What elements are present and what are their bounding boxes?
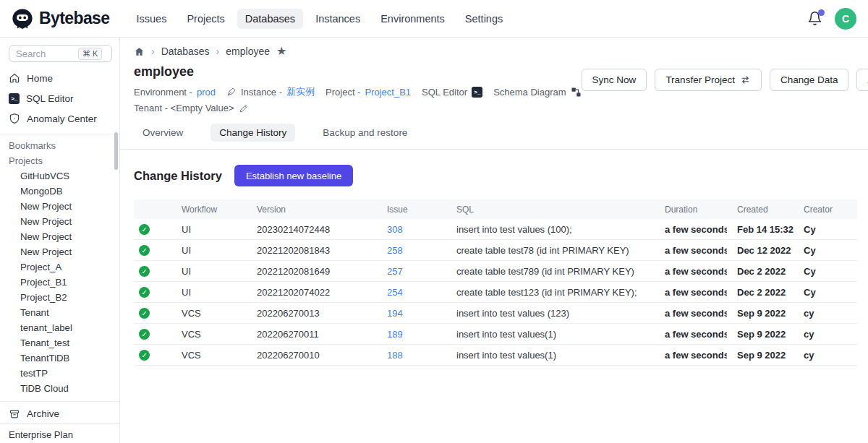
project-item-tenant-label[interactable]: tenant_label [9, 320, 112, 335]
sidebar-item-archive[interactable]: Archive [9, 405, 112, 423]
sql-editor-link[interactable]: SQL Editor >_ [422, 87, 482, 98]
sidebar-item-label: Anomaly Center [27, 113, 97, 124]
cell-created: Sep 9 2022 [727, 308, 793, 319]
project-item-mongodb[interactable]: MongoDB [9, 184, 112, 199]
cell-version: 202206270010 [247, 350, 377, 361]
cell-workflow: UI [171, 266, 247, 277]
cell-version: 20230214072448 [247, 224, 377, 235]
cell-duration: a few seconds [655, 287, 727, 298]
cell-duration: a few seconds [655, 308, 727, 319]
page-title: employee [134, 64, 582, 79]
archive-icon [9, 408, 20, 420]
chevron-right-icon: › [151, 46, 155, 57]
issue-link[interactable]: 254 [387, 287, 403, 298]
environment-label: Environment - [134, 87, 192, 98]
cell-duration: a few seconds [655, 266, 727, 277]
nav-item-issues[interactable]: Issues [128, 9, 174, 29]
table-row[interactable]: ✓ VCS 202206270011 189 insert into test … [134, 324, 857, 345]
project-item-tenant[interactable]: Tenant [9, 305, 112, 320]
nav-item-settings[interactable]: Settings [457, 9, 511, 29]
cell-creator: Cy [793, 245, 857, 256]
environment-meta: Environment - prod [134, 87, 216, 98]
cell-creator: cy [793, 329, 857, 340]
project-item-new-project-4[interactable]: New Project [9, 244, 112, 259]
tenant-meta: Tenant - <Empty Value> [134, 103, 249, 113]
cell-creator: Cy [793, 224, 857, 235]
schema-diagram-icon [571, 87, 582, 98]
projects-section-label: Projects [9, 153, 112, 168]
col-created: Created [727, 205, 793, 215]
issue-link[interactable]: 189 [387, 329, 403, 340]
table-row[interactable]: ✓ VCS 202206270013 194 insert into test … [134, 303, 857, 324]
table-row[interactable]: ✓ UI 20221202081843 258 create table tes… [134, 240, 857, 261]
table-row[interactable]: ✓ UI 20221202081649 257 create table tes… [134, 261, 857, 282]
home-breadcrumb-icon[interactable] [134, 46, 145, 57]
establish-baseline-button[interactable]: Establish new baseline [234, 165, 353, 186]
sidebar-item-anomaly-center[interactable]: Anomaly Center [9, 108, 112, 129]
project-item-tenanttidb[interactable]: TenantTiDB [9, 350, 112, 366]
issue-link[interactable]: 194 [387, 308, 403, 319]
database-tabs: Overview Change History Backup and resto… [120, 124, 868, 150]
issue-link[interactable]: 257 [387, 266, 403, 277]
tenant-label: Tenant - <Empty Value> [134, 103, 234, 113]
main-content: › Databases › employee ★ employee Enviro… [120, 38, 868, 443]
project-item-new-project-3[interactable]: New Project [9, 229, 112, 244]
search-input[interactable] [16, 48, 78, 59]
issue-link[interactable]: 308 [387, 224, 403, 235]
sync-now-button[interactable]: Sync Now [582, 69, 647, 91]
cell-sql: insert into test values (123) [446, 308, 655, 319]
cell-duration: a few seconds [655, 329, 727, 340]
nav-item-environments[interactable]: Environments [373, 9, 453, 29]
sidebar-item-label: SQL Editor [26, 93, 74, 104]
user-avatar[interactable]: C [835, 8, 856, 30]
schema-diagram-link[interactable]: Schema Diagram [493, 87, 581, 98]
project-item-new-project-2[interactable]: New Project [9, 214, 112, 229]
project-link[interactable]: Project_B1 [365, 87, 411, 98]
alter-schema-button[interactable]: Alter Schema [856, 69, 868, 91]
notifications-bell-icon[interactable] [807, 11, 823, 27]
button-label: Transfer Project [665, 74, 735, 85]
instance-label: Instance - [241, 87, 282, 98]
project-item-project-b1[interactable]: Project_B1 [9, 275, 112, 290]
cell-version: 20221202081843 [247, 245, 377, 256]
chevron-right-icon: › [216, 46, 220, 57]
tab-change-history[interactable]: Change History [210, 124, 295, 142]
nav-item-instances[interactable]: Instances [307, 9, 368, 29]
success-check-icon: ✓ [139, 308, 150, 319]
table-row[interactable]: ✓ UI 20230214072448 308 insert into test… [134, 219, 857, 240]
success-check-icon: ✓ [139, 266, 150, 277]
project-item-new-project-1[interactable]: New Project [9, 199, 112, 214]
project-item-testtp[interactable]: testTP [9, 366, 112, 381]
project-item-tidb-cloud[interactable]: TiDB Cloud [9, 381, 112, 396]
sidebar-scrollbar[interactable] [114, 132, 118, 170]
table-row[interactable]: ✓ VCS 202206270010 188 insert into test … [134, 345, 857, 366]
environment-link[interactable]: prod [197, 87, 216, 98]
nav-item-databases[interactable]: Databases [237, 9, 303, 29]
breadcrumb-databases[interactable]: Databases [161, 46, 210, 57]
notification-dot [818, 9, 825, 16]
success-check-icon: ✓ [139, 224, 150, 235]
project-item-project-a[interactable]: Project_A [9, 259, 112, 275]
sidebar-item-home[interactable]: Home [9, 68, 112, 88]
bytebase-logo[interactable]: Bytebase [12, 8, 109, 30]
tab-overview[interactable]: Overview [134, 124, 192, 142]
shield-icon [9, 113, 20, 124]
change-data-button[interactable]: Change Data [770, 69, 849, 91]
sidebar-item-sql-editor[interactable]: >_ SQL Editor [9, 88, 112, 108]
table-row[interactable]: ✓ UI 20221202074022 254 create table tes… [134, 282, 857, 303]
project-item-tenant-test[interactable]: Tenant_test [9, 335, 112, 350]
tab-backup-and-restore[interactable]: Backup and restore [314, 124, 416, 142]
search-box[interactable]: ⌘ K [9, 45, 112, 62]
cell-workflow: UI [171, 224, 247, 235]
sidebar-item-label: Home [27, 73, 53, 84]
project-item-project-b2[interactable]: Project_B2 [9, 290, 112, 305]
issue-link[interactable]: 258 [387, 245, 403, 256]
bookmark-star-icon[interactable]: ★ [276, 46, 286, 57]
project-item-githubvcs[interactable]: GitHubVCS [9, 168, 112, 184]
cell-sql: insert into test values(1) [446, 350, 655, 361]
issue-link[interactable]: 188 [387, 350, 403, 361]
instance-link[interactable]: 新实例 [286, 85, 315, 98]
transfer-project-button[interactable]: Transfer Project [655, 69, 762, 91]
nav-item-projects[interactable]: Projects [179, 9, 232, 29]
edit-pencil-icon[interactable] [239, 103, 249, 113]
